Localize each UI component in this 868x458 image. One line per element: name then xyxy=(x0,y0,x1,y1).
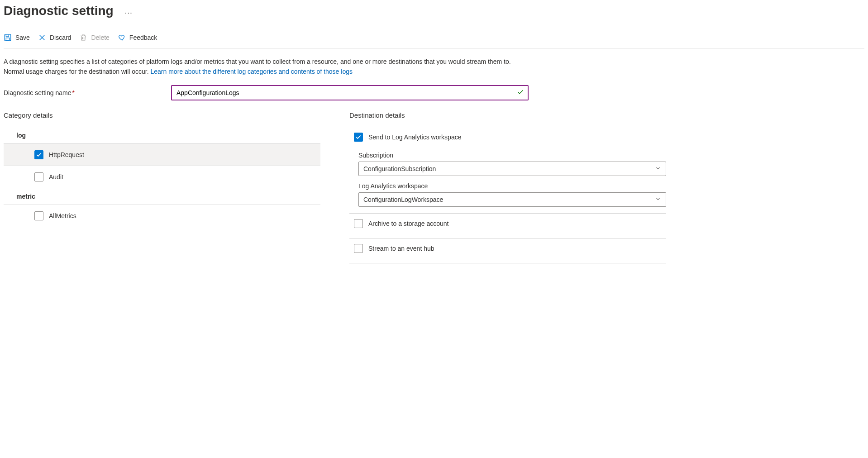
dest-eventhub-checkbox[interactable] xyxy=(354,244,363,253)
subscription-label: Subscription xyxy=(358,152,666,159)
log-httprequest-row[interactable]: HttpRequest xyxy=(4,144,320,166)
log-audit-label: Audit xyxy=(49,173,63,181)
save-icon xyxy=(4,33,12,42)
svg-rect-0 xyxy=(5,34,11,41)
close-icon xyxy=(38,33,46,42)
workspace-select[interactable]: ConfigurationLogWorkspace xyxy=(358,192,666,207)
save-label: Save xyxy=(15,34,30,41)
feedback-label: Feedback xyxy=(129,34,157,41)
discard-label: Discard xyxy=(50,34,71,41)
log-audit-checkbox[interactable] xyxy=(34,172,43,181)
dest-storage-checkbox[interactable] xyxy=(354,219,363,228)
name-input-wrap xyxy=(171,85,529,100)
dest-eventhub-group: Stream to an event hub xyxy=(349,239,666,263)
page-title: Diagnostic setting xyxy=(4,4,114,18)
dest-storage-label: Archive to a storage account xyxy=(368,220,448,227)
heart-icon xyxy=(118,33,126,42)
subscription-select[interactable]: ConfigurationSubscription xyxy=(358,162,666,176)
name-input[interactable] xyxy=(172,86,528,100)
name-field-label: Diagnostic setting name* xyxy=(4,89,171,96)
metric-allmetrics-checkbox[interactable] xyxy=(34,211,43,220)
category-title: Category details xyxy=(4,111,320,119)
save-button[interactable]: Save xyxy=(4,33,30,42)
trash-icon xyxy=(79,33,87,42)
delete-label: Delete xyxy=(91,34,109,41)
svg-rect-1 xyxy=(6,38,10,40)
discard-button[interactable]: Discard xyxy=(38,33,71,42)
dest-eventhub-label: Stream to an event hub xyxy=(368,245,434,252)
workspace-label: Log Analytics workspace xyxy=(358,182,666,190)
checkmark-icon xyxy=(517,88,524,97)
dest-log-analytics-row[interactable]: Send to Log Analytics workspace xyxy=(354,133,666,145)
dest-log-analytics-label: Send to Log Analytics workspace xyxy=(368,134,461,141)
feedback-button[interactable]: Feedback xyxy=(118,33,157,42)
description-text: A diagnostic setting specifies a list of… xyxy=(4,57,529,77)
more-actions-button[interactable]: … xyxy=(123,6,135,16)
dest-log-analytics-checkbox[interactable] xyxy=(354,133,363,142)
page-header: Diagnostic setting … xyxy=(4,4,864,18)
subscription-value: ConfigurationSubscription xyxy=(363,165,436,172)
delete-button: Delete xyxy=(79,33,109,42)
log-section-heading: log xyxy=(4,127,320,144)
command-bar: Save Discard Delete Feedback xyxy=(4,31,864,48)
learn-more-link[interactable]: Learn more about the different log categ… xyxy=(151,68,353,75)
log-httprequest-checkbox[interactable] xyxy=(34,150,43,159)
log-audit-row[interactable]: Audit xyxy=(4,166,320,188)
destination-title: Destination details xyxy=(349,111,666,119)
dest-eventhub-row[interactable]: Stream to an event hub xyxy=(354,244,666,257)
dest-storage-group: Archive to a storage account xyxy=(349,214,666,239)
required-asterisk: * xyxy=(72,89,74,96)
destination-column: Destination details Send to Log Analytic… xyxy=(349,111,666,263)
workspace-value: ConfigurationLogWorkspace xyxy=(363,196,443,203)
dest-log-analytics-group: Send to Log Analytics workspace Subscrip… xyxy=(349,127,666,214)
category-column: Category details log HttpRequest Audit m… xyxy=(4,111,320,263)
metric-section-heading: metric xyxy=(4,188,320,205)
chevron-down-icon xyxy=(655,196,661,203)
log-httprequest-label: HttpRequest xyxy=(49,151,84,158)
chevron-down-icon xyxy=(655,165,661,172)
metric-allmetrics-label: AllMetrics xyxy=(49,212,76,219)
dest-storage-row[interactable]: Archive to a storage account xyxy=(354,219,666,232)
name-field-row: Diagnostic setting name* xyxy=(4,85,864,100)
metric-allmetrics-row[interactable]: AllMetrics xyxy=(4,205,320,227)
